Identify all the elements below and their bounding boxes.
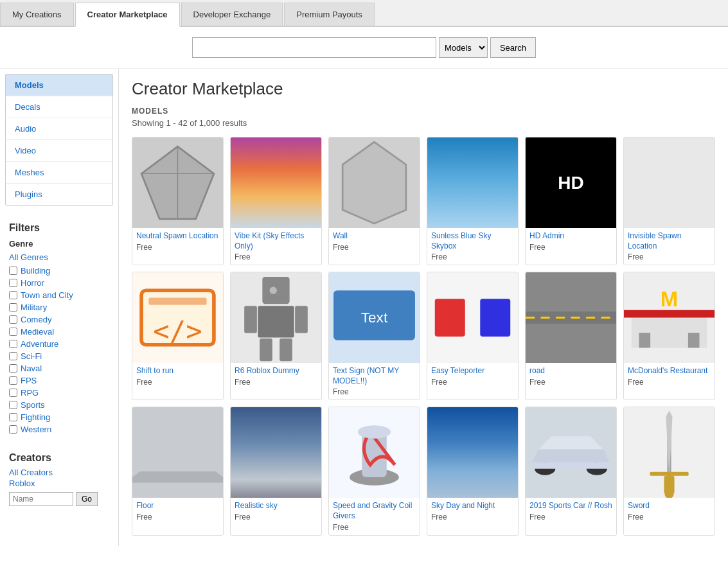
genre-military-checkbox[interactable]	[9, 303, 17, 312]
item-name-0[interactable]: Neutral Spawn Location	[136, 231, 219, 242]
creators-title: Creators	[9, 452, 109, 464]
svg-rect-5	[148, 298, 206, 305]
genre-horror[interactable]: Horror	[9, 277, 109, 289]
item-card-10[interactable]: roadFree	[525, 272, 617, 400]
item-card-5[interactable]: Invisible Spawn LocationFree	[623, 137, 715, 265]
item-card-1[interactable]: Vibe Kit (Sky Effects Only)Free	[230, 137, 322, 265]
category-select[interactable]: Models Decals Audio Video Meshes Plugins	[439, 37, 488, 58]
genre-fighting[interactable]: Fighting	[9, 411, 109, 423]
tab-developer-exchange[interactable]: Developer Exchange	[181, 3, 283, 26]
item-card-3[interactable]: Sunless Blue Sky SkyboxFree	[427, 137, 519, 265]
genre-town-city[interactable]: Town and City	[9, 289, 109, 301]
genre-building[interactable]: Building	[9, 265, 109, 277]
item-name-14[interactable]: Speed and Gravity Coil Givers	[333, 501, 416, 521]
item-card-17[interactable]: SwordFree	[623, 407, 715, 535]
item-card-15[interactable]: Sky Day and NightFree	[427, 407, 519, 535]
item-card-6[interactable]: </>Shift to runFree	[132, 272, 224, 400]
genre-fighting-checkbox[interactable]	[9, 413, 17, 421]
creator-go-button[interactable]: Go	[76, 492, 98, 506]
item-name-16[interactable]: 2019 Sports Car // Rosh	[529, 501, 612, 511]
item-card-9[interactable]: Easy TeleporterFree	[427, 272, 519, 400]
genre-scifi[interactable]: Sci-Fi	[9, 350, 109, 362]
item-name-10[interactable]: road	[529, 366, 612, 376]
sidebar-item-plugins[interactable]: Plugins	[6, 184, 112, 205]
item-name-1[interactable]: Vibe Kit (Sky Effects Only)	[235, 231, 317, 251]
item-card-14[interactable]: Speed and Gravity Coil GiversFree	[328, 407, 420, 535]
svg-rect-12	[280, 338, 292, 361]
item-name-2[interactable]: Wall	[333, 231, 416, 242]
item-name-17[interactable]: Sword	[628, 501, 711, 511]
genre-naval[interactable]: Naval	[9, 362, 109, 374]
main-layout: Models Decals Audio Video Meshes Plugins…	[0, 69, 728, 546]
item-card-16[interactable]: 2019 Sports Car // RoshFree	[525, 407, 617, 535]
item-card-4[interactable]: HDHD AdminFree	[525, 137, 617, 265]
item-thumbnail-5	[624, 137, 715, 228]
creators-roblox[interactable]: Roblox	[9, 479, 109, 488]
item-card-8[interactable]: TextText Sign (NOT MY MODEL!!)Free	[328, 272, 420, 400]
sidebar-item-video[interactable]: Video	[6, 140, 112, 162]
sidebar-item-models[interactable]: Models	[6, 75, 112, 96]
sidebar-item-decals[interactable]: Decals	[6, 96, 112, 118]
genre-comedy-checkbox[interactable]	[9, 315, 17, 324]
genre-sports-checkbox[interactable]	[9, 401, 17, 409]
item-card-0[interactable]: Neutral Spawn LocationFree	[132, 137, 224, 265]
genre-sports[interactable]: Sports	[9, 399, 109, 411]
item-name-12[interactable]: Floor	[136, 501, 219, 511]
svg-marker-36	[666, 410, 672, 479]
item-info-6: Shift to runFree	[132, 363, 223, 390]
item-price-11: Free	[628, 378, 711, 387]
genre-rpg-checkbox[interactable]	[9, 389, 17, 397]
genre-all[interactable]: All Genres	[9, 251, 109, 263]
svg-marker-32	[532, 462, 610, 469]
svg-marker-34	[538, 437, 603, 450]
sidebar-item-meshes[interactable]: Meshes	[6, 162, 112, 184]
tab-creator-marketplace[interactable]: Creator Marketplace	[75, 3, 180, 27]
item-name-13[interactable]: Realistic sky	[235, 501, 317, 511]
genre-western-checkbox[interactable]	[9, 425, 17, 434]
genre-fps-checkbox[interactable]	[9, 376, 17, 385]
sidebar-item-audio[interactable]: Audio	[6, 118, 112, 140]
svg-rect-37	[650, 472, 688, 476]
item-price-14: Free	[333, 523, 416, 532]
genre-scifi-checkbox[interactable]	[9, 352, 17, 360]
item-card-11[interactable]: MMcDonald's RestaurantFree	[623, 272, 715, 400]
genre-comedy[interactable]: Comedy	[9, 313, 109, 326]
item-card-2[interactable]: WallFree	[328, 137, 420, 265]
genre-town-city-checkbox[interactable]	[9, 291, 17, 299]
creators-all[interactable]: All Creators	[9, 468, 109, 477]
item-thumbnail-17	[624, 407, 715, 498]
genre-medieval[interactable]: Medieval	[9, 326, 109, 338]
item-card-13[interactable]: Realistic skyFree	[230, 407, 322, 535]
genre-fps[interactable]: FPS	[9, 374, 109, 387]
item-thumbnail-16	[526, 407, 616, 498]
item-name-15[interactable]: Sky Day and Night	[431, 501, 514, 511]
item-name-7[interactable]: R6 Roblox Dummy	[235, 366, 317, 376]
genre-rpg[interactable]: RPG	[9, 387, 109, 399]
creator-name-input[interactable]	[9, 492, 73, 506]
item-card-12[interactable]: FloorFree	[132, 407, 224, 535]
item-name-3[interactable]: Sunless Blue Sky Skybox	[431, 231, 514, 251]
genre-medieval-checkbox[interactable]	[9, 328, 17, 336]
item-card-7[interactable]: R6 Roblox DummyFree	[230, 272, 322, 400]
item-name-9[interactable]: Easy Teleporter	[431, 366, 514, 376]
genre-naval-checkbox[interactable]	[9, 364, 17, 373]
genre-western[interactable]: Western	[9, 423, 109, 435]
item-info-12: FloorFree	[132, 498, 223, 525]
genre-adventure-checkbox[interactable]	[9, 340, 17, 348]
tab-my-creations[interactable]: My Creations	[0, 3, 74, 26]
genre-building-checkbox[interactable]	[9, 267, 17, 275]
item-name-8[interactable]: Text Sign (NOT MY MODEL!!)	[333, 366, 416, 386]
search-input[interactable]	[192, 37, 436, 58]
genre-horror-checkbox[interactable]	[9, 279, 17, 287]
search-button[interactable]: Search	[490, 37, 536, 58]
tab-premium-payouts[interactable]: Premium Payouts	[284, 3, 375, 26]
item-name-11[interactable]: McDonald's Restaurant	[628, 366, 711, 376]
item-price-13: Free	[235, 513, 317, 522]
genre-military[interactable]: Military	[9, 301, 109, 313]
item-name-6[interactable]: Shift to run	[136, 366, 219, 376]
item-name-4[interactable]: HD Admin	[529, 231, 612, 242]
genre-adventure[interactable]: Adventure	[9, 338, 109, 350]
item-info-9: Easy TeleporterFree	[427, 363, 518, 390]
item-name-5[interactable]: Invisible Spawn Location	[628, 231, 711, 251]
sidebar: Models Decals Audio Video Meshes Plugins…	[0, 69, 119, 546]
